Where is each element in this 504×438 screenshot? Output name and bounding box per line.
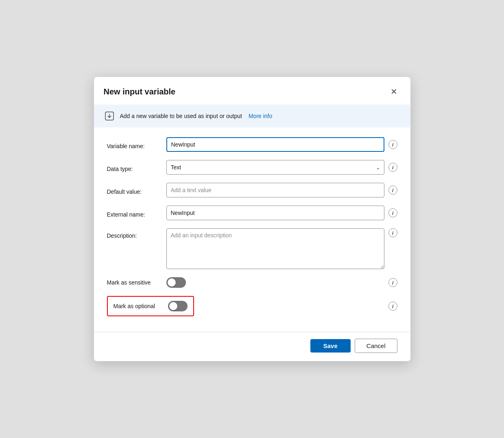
- variable-name-label: Variable name:: [107, 140, 160, 149]
- save-button[interactable]: Save: [310, 339, 351, 353]
- data-type-select[interactable]: Text Number Boolean List Datetime File I…: [166, 160, 384, 175]
- optional-info-button[interactable]: i: [388, 302, 397, 311]
- info-icon: i: [392, 210, 394, 216]
- download-icon: [104, 110, 115, 122]
- optional-info-wrap: i: [388, 302, 397, 311]
- sensitive-row: Mark as sensitive i: [107, 277, 397, 288]
- new-input-variable-dialog: New input variable ✕ Add a new variable …: [94, 77, 411, 361]
- sensitive-label: Mark as sensitive: [107, 279, 160, 286]
- info-icon: i: [392, 164, 394, 171]
- default-value-control: i: [166, 183, 397, 197]
- banner-text: Add a new variable to be used as input o…: [120, 113, 242, 119]
- description-control: i: [166, 228, 397, 269]
- data-type-row: Data type: Text Number Boolean List Date…: [107, 160, 397, 175]
- dialog-footer: Save Cancel: [94, 332, 410, 361]
- close-button[interactable]: ✕: [388, 85, 401, 98]
- info-icon: i: [392, 142, 394, 148]
- data-type-label: Data type:: [107, 162, 160, 172]
- default-value-label: Default value:: [107, 185, 160, 195]
- optional-outer-row: Mark as optional i: [107, 296, 397, 316]
- more-info-link[interactable]: More info: [249, 113, 272, 119]
- description-label: Description:: [107, 228, 160, 239]
- sensitive-thumb: [168, 278, 176, 287]
- info-icon: i: [392, 280, 394, 286]
- default-value-row: Default value: i: [107, 183, 397, 197]
- default-value-input[interactable]: [166, 183, 384, 197]
- dialog-body: Variable name: i Data type: Text Number …: [94, 127, 410, 332]
- cancel-button[interactable]: Cancel: [355, 339, 397, 353]
- sensitive-info-button[interactable]: i: [388, 278, 397, 287]
- variable-name-input[interactable]: [166, 137, 384, 152]
- dialog-title: New input variable: [104, 87, 176, 96]
- external-name-label: External name:: [107, 208, 160, 218]
- variable-name-row: Variable name: i: [107, 137, 397, 152]
- external-name-row: External name: i: [107, 206, 397, 220]
- close-icon: ✕: [391, 87, 397, 96]
- description-row: Description: i: [107, 228, 397, 269]
- optional-toggle[interactable]: [168, 301, 188, 311]
- description-info-button[interactable]: i: [388, 228, 397, 237]
- sensitive-toggle-wrap: [166, 277, 382, 288]
- data-type-control: Text Number Boolean List Datetime File I…: [166, 160, 397, 175]
- dialog-header: New input variable ✕: [94, 77, 410, 105]
- info-icon: i: [392, 303, 394, 309]
- variable-name-control: i: [166, 137, 397, 152]
- optional-label: Mark as optional: [113, 303, 155, 309]
- default-value-info-button[interactable]: i: [388, 186, 397, 195]
- info-icon: i: [392, 187, 394, 193]
- data-type-info-button[interactable]: i: [388, 163, 397, 172]
- info-banner: Add a new variable to be used as input o…: [94, 105, 410, 127]
- optional-row-box: Mark as optional: [107, 296, 194, 316]
- description-input[interactable]: [166, 228, 384, 269]
- variable-name-info-button[interactable]: i: [388, 140, 397, 149]
- external-name-control: i: [166, 206, 397, 220]
- info-icon: i: [392, 230, 394, 236]
- external-name-info-button[interactable]: i: [388, 208, 397, 217]
- sensitive-toggle[interactable]: [166, 277, 186, 288]
- external-name-input[interactable]: [166, 206, 384, 220]
- data-type-select-wrap: Text Number Boolean List Datetime File I…: [166, 160, 384, 175]
